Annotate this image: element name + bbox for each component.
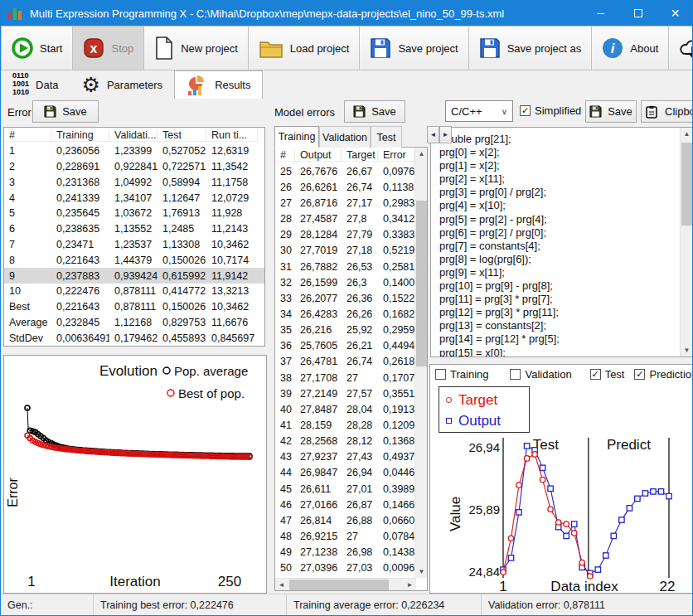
table-row[interactable]: StdDev0,006364910,1794620,4558930,845697	[4, 330, 264, 346]
table-row[interactable]: 4327,923727,430,493738	[275, 449, 414, 465]
model-errors-table[interactable]: #OutputTargetError2526,767626,670,097612…	[275, 148, 414, 578]
table-row[interactable]: 30,2313681,049920,5899411,1758	[4, 174, 264, 190]
tab-scroll-right-icon[interactable]: ►	[439, 126, 452, 143]
scroll-up-icon[interactable]: ▲	[681, 128, 693, 140]
scrollbar-thumb[interactable]	[289, 580, 389, 590]
scroll-up-icon[interactable]: ▲	[415, 148, 428, 160]
status-training-best-error: Training best error: 0,222476	[94, 594, 287, 616]
scroll-left-icon[interactable]: ◄	[275, 579, 288, 591]
table-row[interactable]: 3126,788226,530,258182	[275, 259, 414, 274]
table-cell: 13,3213	[206, 285, 258, 297]
table-row[interactable]: 2726,871627,170,298384	[275, 195, 414, 211]
code-line: prg[11] = prg[3] * prg[7];	[439, 293, 680, 306]
language-select[interactable]: C/C++ ∨	[445, 100, 513, 122]
scroll-down-icon[interactable]: ▼	[681, 344, 693, 357]
save-project-as-button[interactable]: Save project as	[469, 26, 593, 70]
table-cell: 26,1599	[295, 277, 342, 289]
table-cell: 32	[275, 277, 295, 289]
code-save-button[interactable]: Save	[585, 100, 637, 123]
tab-parameters[interactable]: ⚙ Parameters	[70, 70, 175, 99]
new-project-label: New project	[181, 42, 238, 55]
load-project-button[interactable]: Load project	[249, 26, 361, 70]
start-button[interactable]: Start	[1, 26, 73, 70]
table-row[interactable]: 2526,767626,670,097612	[275, 163, 414, 179]
code-listing[interactable]: double prg[21];prg[0] = x[2];prg[1] = x[…	[431, 128, 680, 357]
table-row[interactable]: 3326,207726,360,152287	[275, 290, 414, 306]
code-panel[interactable]: double prg[21];prg[0] = x[2];prg[1] = x[…	[430, 127, 693, 357]
code-vscrollbar[interactable]: ▲ ▼	[680, 128, 692, 357]
table-cell: 0,222476	[51, 285, 109, 297]
table-row[interactable]: 4228,256828,120,136832	[275, 434, 414, 449]
table-row[interactable]: 3526,21625,920,295984	[275, 323, 414, 338]
table-row[interactable]: 4826,9215270,078470	[275, 528, 414, 544]
table-row[interactable]: 100,2224760,8781110,41477213,3213	[4, 284, 264, 299]
tab-results[interactable]: Results	[174, 70, 263, 99]
table-row[interactable]: 20,2286910,9228410,72257111,3542	[4, 159, 264, 175]
table-cell: 11,3542	[206, 161, 258, 172]
scroll-down-icon[interactable]: ▼	[415, 565, 428, 578]
table-row[interactable]: 4128,15928,280,120951	[275, 417, 414, 433]
table-cell: 0,338365	[378, 229, 414, 240]
save-project-button[interactable]: Save project	[360, 26, 468, 70]
table-row[interactable]: 3927,214927,570,355103	[275, 386, 414, 401]
table-row[interactable]: 2827,458727,80,341298	[275, 211, 414, 227]
table-row[interactable]: 3226,159926,30,140062	[275, 274, 414, 290]
new-project-button[interactable]: New project	[144, 26, 249, 70]
table-row[interactable]: 5027,039627,030,009634	[275, 560, 414, 576]
table-cell: 0,136832	[378, 435, 414, 447]
code-line: prg[15] = x[0];	[439, 347, 680, 358]
tab-validation[interactable]: Validation	[319, 126, 371, 148]
table-row[interactable]: 4927,123826,980,143835	[275, 545, 414, 560]
table-row[interactable]: 4526,61127,010,398998	[275, 481, 414, 497]
table-row[interactable]: 90,2378830,9394240,61599211,9142	[4, 268, 264, 284]
table-row[interactable]: 10,2360561,233990,52705212,6319	[4, 143, 264, 159]
table-row[interactable]: 80,2216431,443790,15002610,7174	[4, 252, 264, 268]
table-cell: 27,43	[342, 451, 378, 463]
updates-button[interactable]: Updates	[669, 26, 693, 70]
model-errors-save-button[interactable]: Save	[344, 100, 405, 123]
table-cell: StdDev	[4, 332, 51, 344]
table-row[interactable]: 3726,478126,740,261882	[275, 354, 414, 370]
close-button[interactable]: ✕	[657, 1, 693, 26]
window-title: Multi Expression Programming X - C:\Miha…	[30, 7, 582, 20]
table-row[interactable]: 60,2386351,135521,248511,2143	[4, 221, 264, 237]
scroll-right-icon[interactable]: ►	[404, 579, 416, 591]
scrollbar-thumb[interactable]	[416, 201, 427, 366]
table-row[interactable]: Average0,2328451,121680,82975311,6676	[4, 315, 264, 331]
table-cell: 26,216	[295, 324, 342, 336]
table-row[interactable]: Best0,2216430,8781110,15002610,3462	[4, 299, 264, 315]
scrollbar-thumb[interactable]	[681, 143, 692, 226]
tab-test[interactable]: Test	[371, 126, 402, 148]
table-row[interactable]: 3625,760526,210,449498	[275, 338, 414, 354]
tab-training[interactable]: Training	[274, 126, 319, 148]
tab-scroll-left-icon[interactable]: ◄	[427, 126, 439, 143]
stop-button[interactable]: x Stop	[73, 26, 144, 70]
model-errors-vscrollbar[interactable]: ▲ ▼	[414, 148, 427, 578]
model-errors-hscrollbar[interactable]: ◄ ►	[275, 578, 416, 590]
simplified-checkbox[interactable]: ✓ Simplified	[520, 104, 581, 117]
tab-data[interactable]: 0110 1001 1010 Data	[1, 70, 70, 99]
error-save-button[interactable]: Save	[32, 100, 99, 123]
clipboard-button[interactable]: Clipboard	[641, 100, 693, 123]
table-cell: 26,26	[342, 308, 378, 320]
table-row[interactable]: 4426,984726,940,044650	[275, 465, 414, 481]
table-row[interactable]: 50,2356451,036721,7691311,928	[4, 206, 264, 221]
about-button[interactable]: i About	[592, 26, 669, 70]
table-cell: 33	[275, 293, 295, 304]
maximize-button[interactable]	[619, 1, 657, 26]
table-cell: 28,159	[295, 420, 342, 431]
minimize-button[interactable]: ─	[582, 1, 619, 26]
table-row[interactable]: 3027,701927,180,521945	[275, 243, 414, 259]
table-row[interactable]: 4627,016626,870,146609	[275, 497, 414, 512]
table-row[interactable]: 4027,848728,040,191323	[275, 401, 414, 417]
table-row[interactable]: 3827,1708270,170794	[275, 370, 414, 386]
table-row[interactable]: 4726,81426,880,066008	[275, 512, 414, 528]
table-cell: 0,009634	[378, 562, 414, 574]
table-row[interactable]: 40,2413391,341071,1264712,0729	[4, 190, 264, 206]
table-cell: Target	[342, 149, 378, 162]
error-table[interactable]: #TrainingValidati...TestRun ti...10,2360…	[3, 127, 265, 347]
table-row[interactable]: 2626,626126,740,113891	[275, 179, 414, 195]
table-row[interactable]: 2928,128427,790,338365	[275, 227, 414, 243]
table-row[interactable]: 3426,428326,260,168276	[275, 306, 414, 322]
table-row[interactable]: 70,234711,235371,1330810,3462	[4, 237, 264, 253]
